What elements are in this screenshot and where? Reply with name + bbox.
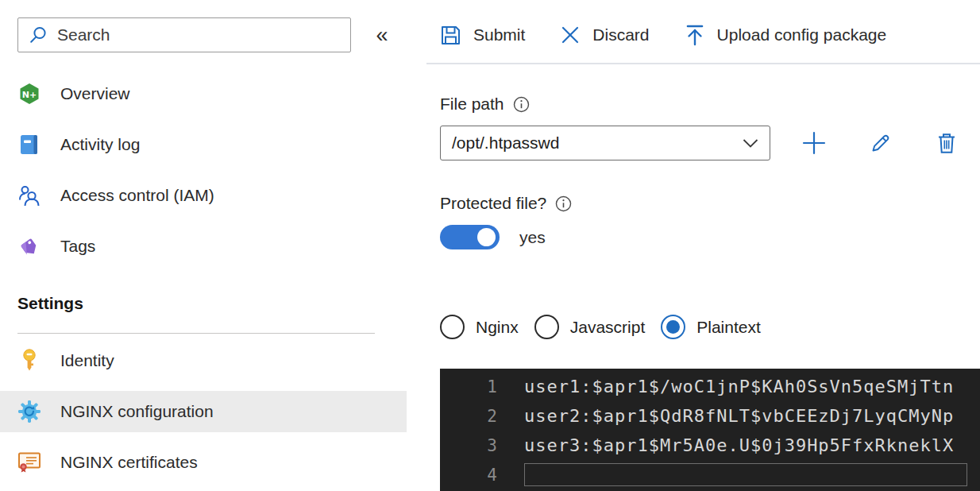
line-text: user2:$apr1$QdR8fNLT$vbCEEzDj7LyqCMyNp	[524, 406, 954, 426]
upload-icon	[685, 24, 705, 46]
delete-file-button[interactable]	[928, 126, 965, 160]
toggle-knob	[477, 228, 496, 246]
line-number: 4	[440, 466, 497, 485]
command-bar: Submit Discard Upload config package	[440, 16, 886, 54]
line-number: 1	[440, 377, 497, 396]
sidebar-item-label: Access control (IAM)	[60, 186, 214, 205]
code-editor[interactable]: 1 user1:$apr1$/woC1jnP$KAh0SsVn5qeSMjTtn…	[440, 369, 980, 491]
radio-label: Plaintext	[696, 318, 761, 337]
editor-line[interactable]: 1 user1:$apr1$/woC1jnP$KAh0SsVn5qeSMjTtn	[440, 372, 980, 401]
radio-label: Nginx	[476, 318, 519, 337]
certificate-icon	[17, 450, 41, 474]
save-icon	[440, 25, 461, 46]
radio-circle-icon	[661, 315, 685, 339]
sidebar-item-label: NGINX certificates	[60, 453, 198, 472]
sidebar-item-access-control[interactable]: Access control (IAM)	[0, 178, 407, 213]
file-format-radio-group: Nginx Javascript Plaintext	[440, 315, 761, 339]
sidebar-item-label: Identity	[60, 351, 114, 370]
protected-file-label-row: Protected file?	[440, 194, 572, 213]
settings-divider	[17, 333, 375, 334]
settings-section-heading: Settings	[17, 294, 83, 313]
sidebar-item-activity-log[interactable]: Activity log	[0, 127, 407, 162]
sidebar-item-overview[interactable]: N+ Overview	[0, 76, 407, 111]
submit-button[interactable]: Submit	[440, 25, 525, 46]
sidebar-item-label: NGINX configuration	[60, 402, 214, 421]
close-icon	[560, 25, 581, 45]
editor-line[interactable]: 3 user3:$apr1$Mr5A0e.U$0j39Hp5FfxRkneklX	[440, 431, 980, 460]
protected-file-toggle[interactable]	[440, 225, 500, 249]
upload-config-package-button[interactable]: Upload config package	[685, 24, 887, 46]
plus-icon	[801, 130, 827, 156]
discard-button[interactable]: Discard	[560, 25, 649, 45]
search-input[interactable]	[57, 25, 327, 44]
info-icon[interactable]	[513, 96, 530, 113]
tag-icon	[17, 234, 41, 258]
key-icon	[17, 349, 41, 373]
pencil-icon	[870, 132, 892, 154]
line-text: user3:$apr1$Mr5A0e.U$0j39Hp5FfxRkneklX	[524, 435, 954, 455]
radio-javascript[interactable]: Javascript	[534, 315, 646, 339]
access-control-icon	[17, 184, 41, 207]
activity-log-icon	[17, 133, 41, 157]
file-path-value: /opt/.htpasswd	[452, 133, 743, 153]
line-number: 3	[440, 436, 497, 455]
protected-file-toggle-row: yes	[440, 225, 546, 249]
line-number: 2	[440, 407, 497, 426]
collapse-sidebar-icon[interactable]: «	[365, 19, 399, 51]
add-file-button[interactable]	[796, 126, 832, 160]
sidebar-item-nginx-configuration[interactable]: NGINX configuration	[0, 391, 407, 432]
sidebar-item-tags[interactable]: Tags	[0, 229, 407, 264]
editor-current-line-box[interactable]	[524, 463, 967, 486]
edit-file-button[interactable]	[862, 126, 899, 160]
nginx-logo-icon: N+	[17, 82, 41, 106]
radio-circle-icon	[534, 315, 559, 339]
sidebar-item-label: Activity log	[60, 135, 140, 154]
sidebar: « N+ Overview Activity log	[0, 0, 407, 491]
line-text: user1:$apr1$/woC1jnP$KAh0SsVn5qeSMjTtn	[524, 377, 954, 396]
toolbar-divider	[426, 63, 980, 64]
gear-icon	[17, 400, 41, 423]
file-path-dropdown[interactable]: /opt/.htpasswd	[440, 126, 770, 160]
sidebar-search-box[interactable]	[17, 17, 351, 52]
file-path-label-row: File path	[440, 95, 530, 114]
file-path-label: File path	[440, 95, 504, 114]
trash-icon	[936, 132, 957, 154]
nginx-configuration-panel: Submit Discard Upload config package	[426, 0, 980, 491]
radio-circle-icon	[440, 315, 465, 339]
editor-line[interactable]: 4	[440, 460, 980, 489]
radio-nginx[interactable]: Nginx	[440, 315, 519, 339]
search-icon	[29, 25, 48, 44]
upload-label: Upload config package	[717, 25, 887, 44]
editor-line[interactable]: 2 user2:$apr1$QdR8fNLT$vbCEEzDj7LyqCMyNp	[440, 401, 980, 431]
sidebar-item-identity[interactable]: Identity	[0, 343, 407, 378]
info-icon[interactable]	[555, 195, 572, 212]
protected-file-state: yes	[519, 228, 546, 247]
radio-label: Javascript	[570, 318, 646, 337]
chevron-down-icon	[743, 138, 758, 149]
svg-text:N+: N+	[22, 90, 37, 100]
sidebar-item-label: Tags	[60, 237, 95, 256]
discard-label: Discard	[592, 25, 649, 44]
sidebar-item-nginx-certificates[interactable]: NGINX certificates	[0, 445, 407, 480]
sidebar-item-label: Overview	[60, 84, 130, 103]
radio-plaintext[interactable]: Plaintext	[661, 315, 761, 339]
submit-label: Submit	[473, 25, 525, 44]
protected-file-label: Protected file?	[440, 194, 546, 213]
